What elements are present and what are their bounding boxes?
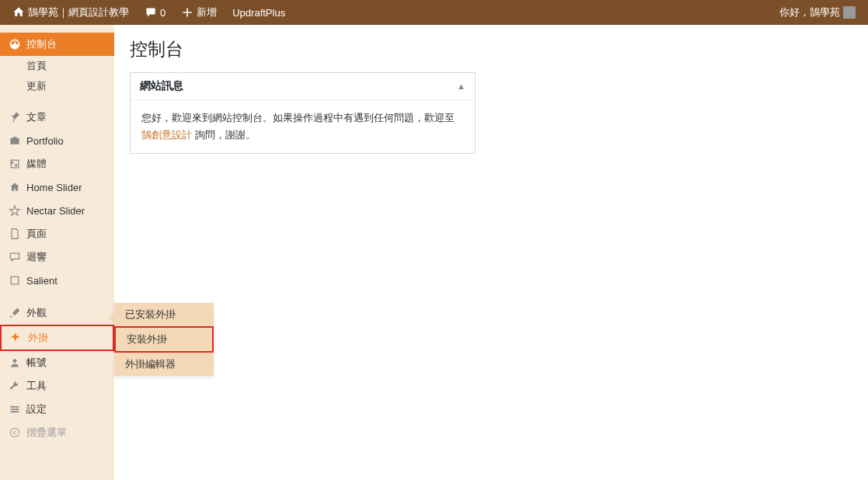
svg-rect-2 — [11, 277, 19, 284]
posts-label: 文章 — [26, 110, 47, 124]
portfolio-label: Portfolio — [26, 135, 64, 147]
portfolio-icon — [8, 134, 22, 148]
account-link[interactable]: 你好，鵠學苑 — [773, 0, 862, 25]
sidebar-item-home-slider[interactable]: Home Slider — [0, 176, 114, 199]
users-label: 帳號 — [26, 356, 47, 370]
svg-point-10 — [10, 428, 19, 437]
site-name: 鵠學苑｜網頁設計教學 — [28, 5, 129, 19]
star-icon — [8, 203, 22, 217]
sidebar-sub-home[interactable]: 首頁 — [0, 56, 114, 76]
wrench-icon — [8, 379, 22, 393]
page-icon — [8, 227, 22, 241]
sidebar-item-appearance[interactable]: 外觀 — [0, 301, 114, 325]
comment-icon — [145, 6, 157, 19]
submenu-add-plugin[interactable]: 安裝外掛 — [114, 326, 214, 353]
comments-label: 迴響 — [26, 250, 47, 264]
greeting: 你好，鵠學苑 — [779, 5, 840, 19]
home-icon — [12, 6, 25, 19]
widget-title: 網站訊息 — [140, 79, 183, 93]
sidebar-item-dashboard[interactable]: 控制台 — [0, 33, 114, 56]
sidebar-item-tools[interactable]: 工具 — [0, 374, 114, 398]
svg-point-7 — [12, 406, 13, 408]
updraft-link[interactable]: UpdraftPlus — [226, 0, 291, 25]
pages-label: 頁面 — [26, 227, 47, 241]
sidebar-item-posts[interactable]: 文章 — [0, 106, 114, 129]
admin-sidebar: 控制台 首頁 更新 文章 Portfolio 媒體 Home Slider Ne… — [0, 25, 114, 480]
settings-label: 設定 — [26, 402, 47, 416]
pin-icon — [8, 110, 22, 124]
sidebar-sub-updates[interactable]: 更新 — [0, 76, 114, 96]
sidebar-item-users[interactable]: 帳號 — [0, 351, 114, 374]
dashboard-widget: 網站訊息 ▲ 您好，歡迎來到網站控制台。如果操作過程中有遇到任何問題，歡迎至 鵠… — [130, 72, 476, 154]
comments-link[interactable]: 0 — [138, 0, 172, 25]
page-title: 控制台 — [130, 37, 852, 61]
plus-icon — [181, 6, 193, 19]
new-label: 新增 — [197, 5, 217, 19]
dashboard-icon — [8, 37, 22, 51]
salient-label: Salient — [26, 275, 58, 287]
svg-rect-5 — [10, 409, 19, 410]
media-label: 媒體 — [26, 157, 47, 171]
svg-point-9 — [13, 411, 15, 412]
collapse-label: 摺疊選單 — [26, 426, 67, 440]
home-slider-label: Home Slider — [26, 182, 82, 193]
sidebar-item-media[interactable]: 媒體 — [0, 152, 114, 176]
sidebar-item-salient[interactable]: Salient — [0, 269, 114, 292]
salient-icon — [8, 273, 22, 287]
sidebar-collapse[interactable]: 摺疊選單 — [0, 421, 114, 444]
svg-point-1 — [15, 164, 17, 166]
svg-rect-4 — [10, 406, 19, 408]
new-content-link[interactable]: 新增 — [175, 0, 223, 25]
brush-icon — [8, 306, 22, 320]
avatar — [843, 6, 856, 19]
svg-point-3 — [13, 359, 17, 363]
site-link[interactable]: 鵠學苑｜網頁設計教學 — [6, 0, 135, 25]
widget-header[interactable]: 網站訊息 ▲ — [131, 73, 475, 100]
media-icon — [8, 157, 22, 171]
sidebar-item-nectar-slider[interactable]: Nectar Slider — [0, 199, 114, 222]
user-icon — [8, 356, 22, 370]
sidebar-item-comments[interactable]: 迴響 — [0, 245, 114, 269]
svg-point-8 — [16, 409, 17, 410]
comment-icon — [8, 250, 22, 264]
sidebar-item-settings[interactable]: 設定 — [0, 398, 114, 421]
nectar-slider-label: Nectar Slider — [26, 205, 85, 217]
settings-icon — [8, 402, 22, 416]
widget-text-post: 詢問，謝謝。 — [192, 129, 256, 141]
sidebar-item-pages[interactable]: 頁面 — [0, 222, 114, 245]
plugins-label: 外掛 — [28, 331, 48, 345]
collapse-icon — [8, 426, 22, 440]
widget-text-pre: 您好，歡迎來到網站控制台。如果操作過程中有遇到任何問題，歡迎至 — [141, 112, 455, 123]
widget-link[interactable]: 鵠創意設計 — [141, 129, 192, 141]
tools-label: 工具 — [26, 379, 47, 393]
appearance-label: 外觀 — [26, 306, 47, 320]
main-content: 控制台 網站訊息 ▲ 您好，歡迎來到網站控制台。如果操作過程中有遇到任何問題，歡… — [114, 25, 868, 480]
widget-body: 您好，歡迎來到網站控制台。如果操作過程中有遇到任何問題，歡迎至 鵠創意設計 詢問… — [131, 100, 475, 153]
admin-toolbar: 鵠學苑｜網頁設計教學 0 新增 UpdraftPlus 你好，鵠學苑 — [0, 0, 868, 25]
comments-count: 0 — [160, 7, 166, 19]
home-icon — [8, 180, 22, 194]
sidebar-item-portfolio[interactable]: Portfolio — [0, 129, 114, 152]
submenu-plugin-editor[interactable]: 外掛編輯器 — [114, 353, 214, 376]
dashboard-label: 控制台 — [26, 37, 57, 51]
plugin-icon — [9, 331, 23, 345]
updraft-label: UpdraftPlus — [232, 7, 285, 19]
submenu-installed-plugins[interactable]: 已安裝外掛 — [114, 303, 214, 326]
plugins-submenu: 已安裝外掛 安裝外掛 外掛編輯器 — [114, 303, 214, 376]
sidebar-item-plugins[interactable]: 外掛 — [0, 325, 114, 351]
chevron-up-icon[interactable]: ▲ — [457, 82, 465, 91]
